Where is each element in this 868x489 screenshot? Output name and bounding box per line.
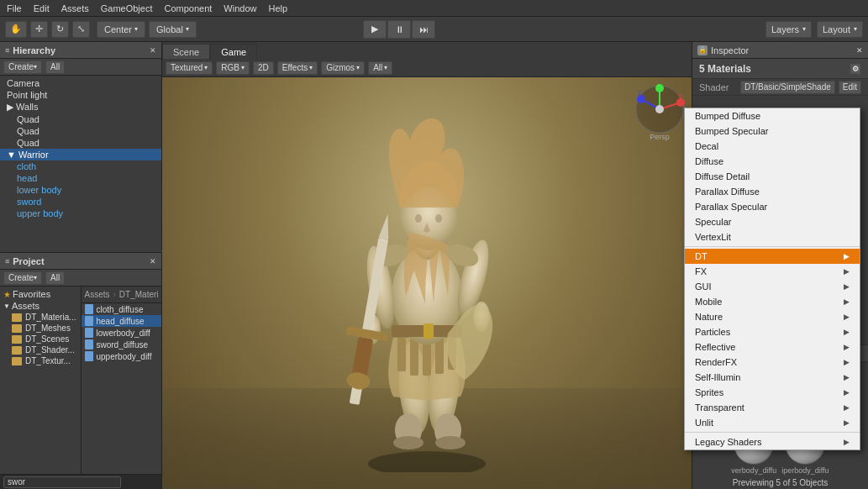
menu-fx[interactable]: FX ▶ (685, 264, 860, 279)
folder-icon (12, 313, 22, 322)
menu-sprites[interactable]: Sprites ▶ (685, 385, 860, 400)
hier-quad2[interactable]: Quad (0, 125, 161, 137)
file-cloth-diffuse[interactable]: cloth_diffuse (82, 303, 162, 315)
play-button[interactable]: ▶ (363, 20, 387, 39)
shading-dropdown[interactable]: Textured ▾ (166, 61, 213, 75)
step-button[interactable]: ⏭ (412, 20, 435, 39)
menu-parallax-specular[interactable]: Parallax Specular (685, 199, 860, 214)
hier-pointlight[interactable]: Point light (0, 89, 161, 101)
hierarchy-icon: ≡ (5, 46, 9, 55)
menu-vertexlit[interactable]: VertexLit (685, 229, 860, 244)
fx-arrow-icon: ▶ (844, 267, 850, 276)
menu-mobile[interactable]: Mobile ▶ (685, 294, 860, 309)
proj-assets-root[interactable]: ▼ Assets (0, 300, 81, 312)
scale-tool-button[interactable]: ⤡ (72, 21, 90, 38)
menu-particles[interactable]: Particles ▶ (685, 324, 860, 339)
menu-decal[interactable]: Decal (685, 139, 860, 154)
menu-diffuse[interactable]: Diffuse (685, 154, 860, 169)
space-button[interactable]: Global ▾ (149, 21, 197, 38)
hier-walls[interactable]: ▶ Walls (0, 101, 161, 113)
all-button[interactable]: All ▾ (368, 61, 392, 75)
file-head-diffuse[interactable]: head_diffuse (82, 315, 162, 327)
layout-dropdown[interactable]: Layout ▾ (817, 21, 863, 38)
hier-lowerbody[interactable]: lower body (0, 184, 161, 196)
svg-point-0 (368, 451, 486, 472)
menu-gui[interactable]: GUI ▶ (685, 279, 860, 294)
layers-dropdown[interactable]: Layers ▾ (765, 21, 812, 38)
menu-component[interactable]: Component (164, 3, 212, 13)
game-tab[interactable]: Game (210, 44, 257, 59)
hierarchy-items: Camera Point light ▶ Walls Quad Quad Qua… (0, 76, 161, 250)
menu-file[interactable]: File (7, 3, 22, 13)
hier-quad3[interactable]: Quad (0, 137, 161, 149)
shader-row: Shader DT/Basic/SimpleShade Edit (692, 79, 868, 96)
hier-head[interactable]: head (0, 172, 161, 184)
menu-gameobject[interactable]: GameObject (101, 3, 153, 13)
hierarchy-create-button[interactable]: Create ▾ (3, 60, 42, 74)
menu-transparent[interactable]: Transparent ▶ (685, 400, 860, 415)
proj-dt-meshes[interactable]: DT_Meshes (0, 323, 81, 334)
menu-self-illumin[interactable]: Self-Illumin ▶ (685, 370, 860, 385)
svg-text:Z: Z (638, 90, 642, 96)
menu-parallax-diffuse[interactable]: Parallax Diffuse (685, 184, 860, 199)
project-search-input[interactable] (3, 476, 121, 488)
proj-dt-materia[interactable]: DT_Materia... (0, 312, 81, 323)
menu-nature[interactable]: Nature ▶ (685, 309, 860, 324)
proj-dt-shaders[interactable]: DT_Shader... (0, 344, 81, 355)
menu-renderfx[interactable]: RenderFX ▶ (685, 355, 860, 370)
menu-bumped-diffuse[interactable]: Bumped Diffuse (685, 108, 860, 124)
hier-upperbody[interactable]: upper body (0, 208, 161, 219)
mode-2d-button[interactable]: 2D (253, 61, 274, 75)
warrior-figure (301, 77, 553, 455)
menu-legacy-shaders[interactable]: Legacy Shaders ▶ (685, 434, 860, 450)
pause-button[interactable]: ⏸ (387, 20, 411, 39)
proj-favorites[interactable]: ★ Favorites (0, 288, 81, 300)
menu-reflective[interactable]: Reflective ▶ (685, 339, 860, 355)
menu-assets[interactable]: Assets (61, 3, 89, 13)
scene-3d-view[interactable]: X Z Y Persp (162, 77, 692, 489)
materials-settings-button[interactable]: ⚙ (850, 63, 861, 75)
file-sword-diffuse[interactable]: sword_diffuse (82, 339, 162, 350)
file-upperbody-diff[interactable]: upperbody_diff (82, 350, 162, 362)
project-all-button[interactable]: All (45, 271, 65, 285)
menu-edit[interactable]: Edit (34, 3, 50, 13)
lock-icon[interactable]: 🔒 (697, 45, 708, 55)
proj-dt-textures[interactable]: DT_Textur... (0, 355, 81, 366)
menu-help[interactable]: Help (268, 3, 287, 13)
project-close[interactable]: ✕ (150, 257, 156, 266)
menu-window[interactable]: Window (224, 3, 256, 13)
hier-warrior[interactable]: ▼ Warrior (0, 149, 161, 160)
shader-edit-button[interactable]: Edit (839, 81, 861, 94)
hand-tool-button[interactable]: ✋ (5, 21, 27, 38)
file-lowerbody-diff[interactable]: lowerbody_diff (82, 327, 162, 339)
effects-dropdown[interactable]: Effects ▾ (277, 61, 318, 75)
hierarchy-panel: ≡ Hierarchy ✕ Create ▾ All Camera Point … (0, 42, 162, 250)
scene-tab[interactable]: Scene (162, 44, 210, 59)
hier-quad1[interactable]: Quad (0, 113, 161, 125)
menu-diffuse-detail[interactable]: Diffuse Detail (685, 169, 860, 184)
menu-dt[interactable]: DT ▶ (685, 249, 860, 264)
hier-sword[interactable]: sword (0, 196, 161, 208)
hierarchy-close[interactable]: ✕ (150, 46, 156, 55)
proj-dt-scenes[interactable]: DT_Scenes (0, 334, 81, 344)
hier-cloth[interactable]: cloth (0, 160, 161, 172)
play-controls: ▶ ⏸ ⏭ (363, 20, 435, 39)
shader-dropdown-menu: Bumped Diffuse Bumped Specular Decal Dif… (684, 108, 860, 450)
file-icon (85, 339, 93, 350)
menu-specular[interactable]: Specular (685, 214, 860, 229)
shader-value[interactable]: DT/Basic/SimpleShade (740, 81, 835, 94)
hier-camera[interactable]: Camera (0, 77, 161, 89)
channel-dropdown[interactable]: RGB ▾ (216, 61, 250, 75)
rotate-tool-button[interactable]: ↻ (51, 21, 69, 38)
pivot-button[interactable]: Center ▾ (97, 21, 145, 38)
menu-unlit[interactable]: Unlit ▶ (685, 415, 860, 430)
project-create-button[interactable]: Create ▾ (3, 271, 42, 285)
inspector-header: 🔒 Inspector ✕ (692, 42, 868, 59)
file-icon (85, 351, 93, 361)
menu-bumped-specular[interactable]: Bumped Specular (685, 124, 860, 139)
inspector-close[interactable]: ✕ (856, 46, 863, 55)
gizmos-dropdown[interactable]: Gizmos ▾ (321, 61, 365, 75)
move-tool-button[interactable]: ✛ (30, 21, 48, 38)
iperbody-label: iperbody_diffu (781, 466, 829, 475)
hierarchy-all-button[interactable]: All (45, 60, 65, 74)
